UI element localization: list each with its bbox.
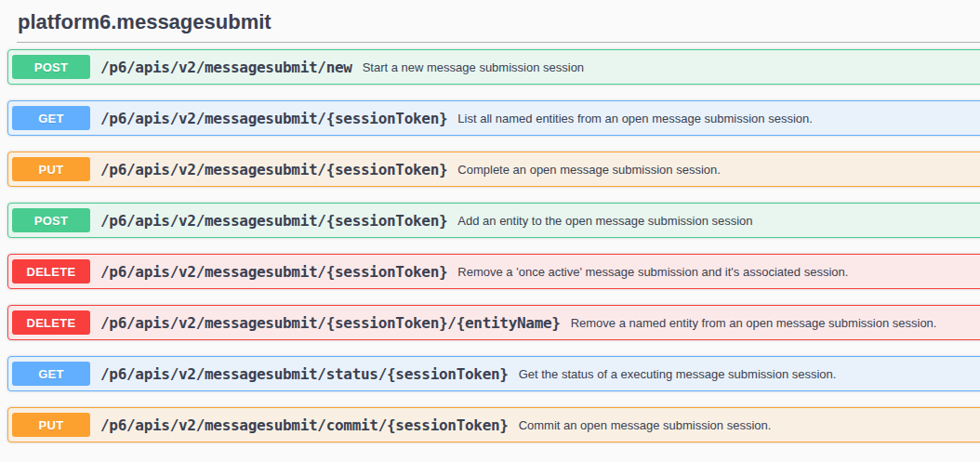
endpoint-row[interactable]: POST /p6/apis/v2/messagesubmit/{sessionT… xyxy=(7,203,980,238)
title-divider xyxy=(17,42,980,43)
method-badge: PUT xyxy=(12,157,90,181)
endpoint-list: POST /p6/apis/v2/messagesubmit/new Start… xyxy=(7,49,980,442)
endpoint-path: /p6/apis/v2/messagesubmit/new xyxy=(100,59,352,76)
endpoint-description: Add an entity to the open message submis… xyxy=(457,214,752,228)
endpoint-description: Start a new message submission session xyxy=(363,60,584,74)
endpoint-path: /p6/apis/v2/messagesubmit/commit/{sessio… xyxy=(100,416,509,434)
endpoint-row[interactable]: DELETE /p6/apis/v2/messagesubmit/{sessio… xyxy=(7,254,980,289)
endpoint-path: /p6/apis/v2/messagesubmit/{sessionToken} xyxy=(100,110,447,127)
method-badge: POST xyxy=(12,55,90,79)
endpoint-path: /p6/apis/v2/messagesubmit/{sessionToken}… xyxy=(100,314,561,332)
endpoint-row[interactable]: GET /p6/apis/v2/messagesubmit/status/{se… xyxy=(7,356,980,391)
page-title: platform6.messagesubmit xyxy=(18,10,980,33)
endpoint-row[interactable]: PUT /p6/apis/v2/messagesubmit/{sessionTo… xyxy=(7,152,980,187)
endpoint-path: /p6/apis/v2/messagesubmit/{sessionToken} xyxy=(100,263,447,281)
method-badge: PUT xyxy=(12,413,90,437)
endpoint-description: List all named entities from an open mes… xyxy=(457,112,813,125)
endpoint-row[interactable]: POST /p6/apis/v2/messagesubmit/new Start… xyxy=(7,49,980,85)
method-badge: POST xyxy=(12,208,90,232)
api-tag-section: platform6.messagesubmit POST /p6/apis/v2… xyxy=(0,10,980,442)
endpoint-row[interactable]: GET /p6/apis/v2/messagesubmit/{sessionTo… xyxy=(7,100,980,136)
endpoint-path: /p6/apis/v2/messagesubmit/{sessionToken} xyxy=(100,212,447,230)
endpoint-path: /p6/apis/v2/messagesubmit/{sessionToken} xyxy=(100,161,447,178)
endpoint-row[interactable]: DELETE /p6/apis/v2/messagesubmit/{sessio… xyxy=(7,305,980,340)
endpoint-description: Commit an open message submission sessio… xyxy=(519,418,772,432)
method-badge: DELETE xyxy=(12,259,90,284)
endpoint-row[interactable]: PUT /p6/apis/v2/messagesubmit/commit/{se… xyxy=(7,407,980,442)
endpoint-description: Remove a 'once active' message submissio… xyxy=(457,265,848,279)
endpoint-description: Get the status of a executing message su… xyxy=(519,367,837,381)
endpoint-path: /p6/apis/v2/messagesubmit/status/{sessio… xyxy=(100,365,509,383)
endpoint-description: Complete an open message submission sess… xyxy=(457,163,721,177)
method-badge: GET xyxy=(12,106,90,130)
endpoint-description: Remove a named entity from an open messa… xyxy=(571,316,937,330)
method-badge: DELETE xyxy=(12,310,90,335)
method-badge: GET xyxy=(12,362,90,386)
